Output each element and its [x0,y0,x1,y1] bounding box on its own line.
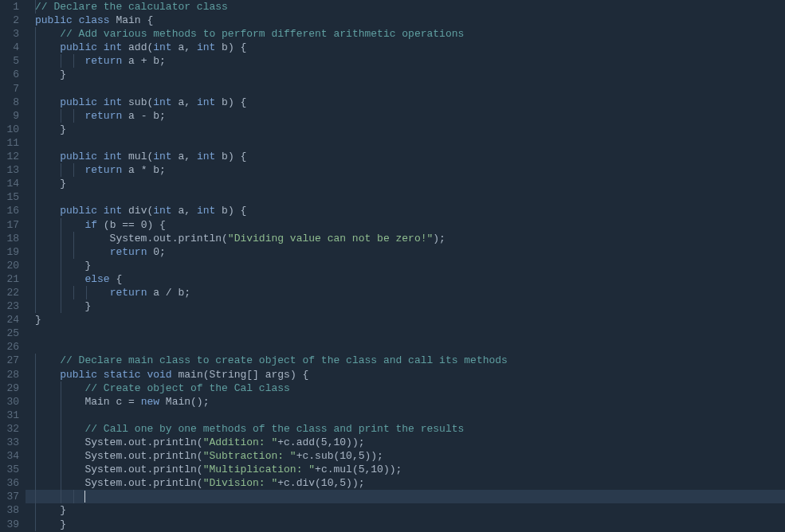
indent-guide [35,218,36,232]
code-line[interactable]: public int sub(int a, int b) { [26,96,785,109]
code-line[interactable]: public class Main { [26,14,785,27]
code-token: { [110,273,123,285]
line-number: 32 [0,422,19,436]
code-line[interactable]: if (b == 0) { [26,218,785,232]
indent-guide [61,109,61,123]
code-line[interactable]: // Declare main class to create object o… [26,354,785,367]
code-line[interactable]: else { [26,272,785,286]
code-token: class [79,14,110,26]
code-line[interactable]: System.out.println("Subtraction: "+c.sub… [26,449,785,463]
code-line[interactable] [26,409,785,422]
code-token: public [35,14,73,26]
code-editor[interactable]: 1234567891011121314151617181920212223242… [0,0,785,532]
code-line[interactable]: Main c = new Main(); [26,395,785,409]
code-token [73,14,79,26]
code-token: a - b; [122,110,166,122]
code-line[interactable] [26,490,785,503]
code-line[interactable]: return a + b; [26,54,785,68]
code-line[interactable]: return a / b; [26,286,785,299]
code-line[interactable]: } [26,177,785,190]
code-token: b) { [215,41,246,53]
line-number: 20 [0,259,19,272]
indent-guide [35,232,36,245]
indent-guide [35,422,36,436]
indent-guide [35,41,36,54]
code-token [35,354,60,366]
indent-guide [35,490,36,503]
code-line[interactable]: } [26,259,785,272]
code-token: if [84,219,97,231]
code-line[interactable]: // Call one by one methods of the class … [26,422,785,436]
code-line[interactable]: // Add various methods to perform differ… [26,27,785,41]
code-line[interactable]: // Create object of the Cal class [26,381,785,395]
code-line[interactable]: } [26,68,785,81]
code-line[interactable]: System.out.println("Multiplication: "+c.… [26,463,785,476]
code-line[interactable]: return a - b; [26,109,785,123]
code-token: // Declare main class to create object o… [60,354,508,366]
code-token: } [35,123,66,135]
code-token [35,205,60,217]
code-line[interactable]: } [26,503,785,517]
indent-guide [35,354,36,367]
line-number: 34 [0,449,19,463]
line-number: 2 [0,14,19,27]
indent-guide [61,218,61,232]
code-token: void [147,369,171,381]
line-number: 15 [0,190,19,204]
code-token: a + b; [122,55,166,67]
code-line[interactable] [26,136,785,150]
line-number: 9 [0,109,19,123]
code-token: sub( [122,96,153,108]
line-number-gutter: 1234567891011121314151617181920212223242… [0,0,26,532]
indent-guide [35,245,36,259]
code-line[interactable]: System.out.println("Addition: "+c.add(5,… [26,436,785,449]
code-line[interactable]: } [26,313,785,327]
code-token: int [197,96,215,108]
code-line[interactable] [26,327,785,340]
code-line[interactable]: public static void main(String[] args) { [26,368,785,381]
code-token: public [60,96,97,108]
code-line[interactable] [26,340,785,354]
code-token: int [197,205,215,217]
line-number: 35 [0,463,19,476]
code-token: +c.div(10,5)); [277,477,364,489]
indent-guide [61,163,61,177]
code-token: } [35,300,91,312]
code-line[interactable]: } [26,299,785,313]
code-line[interactable]: public int mul(int a, int b) { [26,150,785,163]
code-token: mul( [122,151,153,162]
code-area[interactable]: // Declare the calculator classpublic cl… [26,0,785,532]
code-line[interactable]: public int div(int a, int b) { [26,204,785,217]
line-number: 37 [0,490,19,503]
line-number: 23 [0,299,19,313]
indent-guide [61,381,61,395]
indent-guide [61,299,61,313]
indent-guide [35,190,36,204]
code-line[interactable]: System.out.println("Dividing value can n… [26,232,785,245]
indent-guide [61,286,61,299]
code-line[interactable] [26,82,785,96]
indent-guide [35,395,36,409]
indent-guide [61,463,61,476]
code-line[interactable]: return a * b; [26,163,785,177]
code-line[interactable] [26,190,785,204]
code-token: Main { [110,14,154,26]
indent-guide [35,68,36,81]
text-cursor [84,491,85,503]
code-token: int [104,151,122,162]
code-line[interactable]: // Declare the calculator class [26,0,785,14]
line-number: 26 [0,340,19,354]
code-token: new [141,396,159,408]
code-line[interactable]: public int add(int a, int b) { [26,41,785,54]
indent-guide [73,286,74,299]
code-line[interactable]: } [26,123,785,136]
indent-guide [86,286,87,299]
code-line[interactable]: return 0; [26,245,785,259]
code-line[interactable]: } [26,518,785,531]
indent-guide [35,163,36,177]
line-number: 22 [0,286,19,299]
code-line[interactable]: System.out.println("Division: "+c.div(10… [26,476,785,490]
code-token: int [153,151,171,162]
code-token [35,41,60,53]
indent-guide [73,163,74,177]
